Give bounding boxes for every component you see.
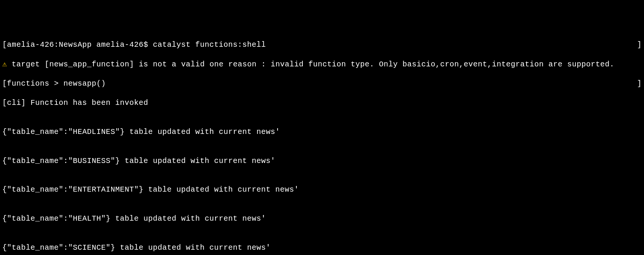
update-line: {"table_name":"BUSINESS"} table updated … <box>2 156 642 166</box>
shell-open-bracket: [ <box>2 79 7 88</box>
update-line: {"table_name":"HEADLINES"} table updated… <box>2 127 642 137</box>
host-path: amelia-426:NewsApp amelia-426$ <box>7 40 153 49</box>
close-bracket: ] <box>637 40 642 50</box>
command-text: catalyst functions:shell <box>153 40 266 49</box>
shell-prompt-left: [functions > newsapp() <box>2 79 106 89</box>
update-line: {"table_name":"ENTERTAINMENT"} table upd… <box>2 185 642 195</box>
shell-close-bracket: ] <box>637 79 642 89</box>
shell-prompt-text: functions > newsapp() <box>7 79 106 88</box>
warning-icon: ⚠ <box>2 60 7 69</box>
prompt-left: [amelia-426:NewsApp amelia-426$ catalyst… <box>2 40 266 50</box>
update-line: {"table_name":"SCIENCE"} table updated w… <box>2 243 642 253</box>
warning-text: target [news_app_function] is not a vali… <box>7 60 615 69</box>
open-bracket: [ <box>2 40 7 49</box>
terminal-prompt-line[interactable]: [amelia-426:NewsApp amelia-426$ catalyst… <box>2 40 642 50</box>
cli-invoke-line: [cli] Function has been invoked <box>2 98 642 108</box>
warning-line: ⚠ target [news_app_function] is not a va… <box>2 60 642 69</box>
update-line: {"table_name":"HEALTH"} table updated wi… <box>2 214 642 224</box>
shell-prompt-line[interactable]: [functions > newsapp() ] <box>2 79 642 89</box>
